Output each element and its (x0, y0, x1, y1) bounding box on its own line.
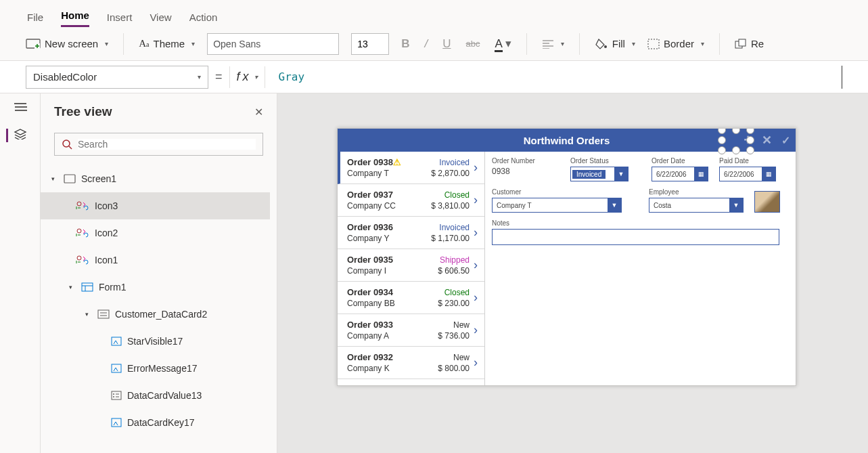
align-button[interactable]: ▾ (542, 39, 564, 49)
svg-point-2 (604, 45, 607, 48)
underline-button[interactable]: U (442, 37, 451, 51)
svg-rect-7 (64, 175, 75, 183)
tab-action[interactable]: Action (189, 12, 218, 27)
border-button[interactable]: Border▾ (647, 38, 704, 49)
new-screen-button[interactable]: New screen▾ (26, 38, 108, 49)
svg-rect-5 (739, 39, 746, 46)
tree-node-datacardvalue[interactable]: DataCardValue13 (41, 382, 270, 409)
reorder-button[interactable]: Re (735, 38, 764, 49)
employee-photo (754, 191, 780, 213)
tree-node-datacardkey[interactable]: DataCardKey17 (41, 409, 270, 436)
property-selector[interactable]: DisabledColor▾ (26, 66, 208, 89)
chevron-right-icon[interactable]: › (474, 290, 478, 305)
svg-point-17 (113, 396, 114, 397)
order-item[interactable]: Order 0933NewCompany A$ 736.00› (338, 314, 484, 347)
font-color-button[interactable]: A▾ (495, 37, 511, 51)
order-item[interactable]: Order 0935ShippedCompany I$ 606.50› (338, 249, 484, 282)
svg-rect-3 (648, 39, 659, 49)
search-icon (62, 139, 72, 150)
order-status-label: Order Status (570, 157, 629, 165)
paid-date-picker[interactable]: 6/22/2006▦ (719, 167, 776, 181)
paid-date-label: Paid Date (719, 157, 776, 165)
tree-node-icon2[interactable]: Icon2 (41, 219, 270, 246)
orders-gallery[interactable]: Order 0938⚠InvoicedCompany T$ 2,870.00›O… (338, 152, 485, 385)
order-date-picker[interactable]: 6/22/2006▦ (652, 167, 708, 181)
tab-view[interactable]: View (150, 12, 171, 27)
strike-button[interactable]: abc (465, 39, 480, 49)
customer-dropdown[interactable]: Company T▼ (492, 198, 622, 213)
order-status-dropdown[interactable]: Invoiced▼ (570, 167, 629, 181)
svg-point-10 (77, 256, 81, 260)
order-detail-form: Order Number 0938 Order Status Invoiced▼… (485, 152, 796, 385)
tree-node-screen[interactable]: ▾ Screen1 (41, 165, 270, 192)
fx-icon[interactable]: fx▾ (237, 70, 258, 84)
svg-point-6 (63, 140, 70, 147)
menu-tabs: File Home Insert View Action (0, 0, 868, 27)
cancel-icon[interactable]: ✕ (762, 133, 772, 148)
tab-file[interactable]: File (27, 12, 43, 27)
ribbon: New screen▾ Aa Theme▾ B / U abc A▾ ▾ Fil… (0, 27, 868, 61)
order-number-label: Order Number (492, 157, 559, 165)
tree-node-errormessage[interactable]: ErrorMessage17 (41, 355, 270, 382)
italic-button[interactable]: / (424, 37, 428, 51)
font-size-input[interactable] (351, 33, 389, 55)
tree-node-datacard[interactable]: ▾ Customer_DataCard2 (41, 301, 270, 328)
chevron-right-icon[interactable]: › (474, 193, 478, 207)
order-item[interactable]: Order 0936InvoicedCompany Y$ 1,170.00› (338, 217, 484, 249)
tab-insert[interactable]: Insert (107, 12, 133, 27)
svg-rect-12 (98, 310, 109, 318)
notes-label: Notes (492, 219, 789, 227)
order-item[interactable]: Order 0934ClosedCompany BB$ 230.00› (338, 282, 484, 314)
customer-label: Customer (492, 188, 622, 196)
bold-button[interactable]: B (401, 37, 409, 51)
search-input[interactable] (78, 139, 256, 150)
tree-view-rail-icon[interactable] (6, 129, 27, 142)
chevron-right-icon[interactable]: › (474, 258, 478, 272)
app-header: Northwind Orders + ✕ ✓ (338, 129, 796, 152)
chevron-right-icon[interactable]: › (474, 323, 478, 337)
tree-view-title: Tree view (54, 104, 112, 119)
chevron-right-icon[interactable]: › (474, 355, 478, 370)
svg-point-9 (77, 229, 81, 233)
text-format-group: B / U abc A▾ (401, 37, 511, 51)
tree-search[interactable] (54, 133, 263, 156)
theme-button[interactable]: Aa Theme▾ (139, 38, 195, 49)
add-icon[interactable]: + (744, 131, 752, 149)
formula-input[interactable] (272, 66, 842, 89)
fill-button[interactable]: Fill▾ (595, 38, 635, 50)
svg-rect-15 (112, 391, 121, 400)
tree-node-form[interactable]: ▾ Form1 (41, 274, 270, 301)
order-item[interactable]: Order 0938⚠InvoicedCompany T$ 2,870.00› (338, 152, 484, 184)
app-preview: Northwind Orders + ✕ ✓ Order 0938⚠Invoic… (337, 128, 796, 386)
close-icon[interactable]: ✕ (254, 106, 263, 118)
svg-point-16 (113, 393, 114, 395)
chevron-right-icon[interactable]: › (474, 225, 478, 240)
equals-sign: = (215, 70, 223, 84)
employee-label: Employee (649, 188, 744, 196)
canvas[interactable]: Northwind Orders + ✕ ✓ Order 0938⚠Invoic… (277, 93, 868, 453)
svg-point-8 (77, 202, 81, 206)
svg-rect-11 (82, 283, 93, 291)
tree-view-panel: Tree view ✕ ▾ Screen1 Icon3 Icon2 I (41, 93, 277, 453)
accept-icon[interactable]: ✓ (781, 134, 790, 147)
employee-dropdown[interactable]: Costa▼ (649, 198, 744, 213)
order-number-value: 0938 (492, 167, 559, 176)
notes-input[interactable] (492, 229, 779, 245)
order-date-label: Order Date (652, 157, 708, 165)
tab-home[interactable]: Home (61, 9, 89, 27)
formula-bar: DisabledColor▾ = fx▾ (0, 61, 868, 93)
left-rail (0, 93, 41, 453)
tree-node-starvisible[interactable]: StarVisible17 (41, 328, 270, 355)
chevron-right-icon[interactable]: › (474, 160, 478, 175)
order-item[interactable]: Order 0937ClosedCompany CC$ 3,810.00› (338, 184, 484, 217)
hamburger-icon[interactable] (14, 102, 27, 112)
tree-node-icon1[interactable]: Icon1 (41, 246, 270, 274)
tree-node-icon3[interactable]: Icon3 (41, 192, 270, 219)
order-item[interactable]: Order 0932NewCompany K$ 800.00› (338, 347, 484, 379)
font-name-input[interactable] (207, 33, 339, 55)
